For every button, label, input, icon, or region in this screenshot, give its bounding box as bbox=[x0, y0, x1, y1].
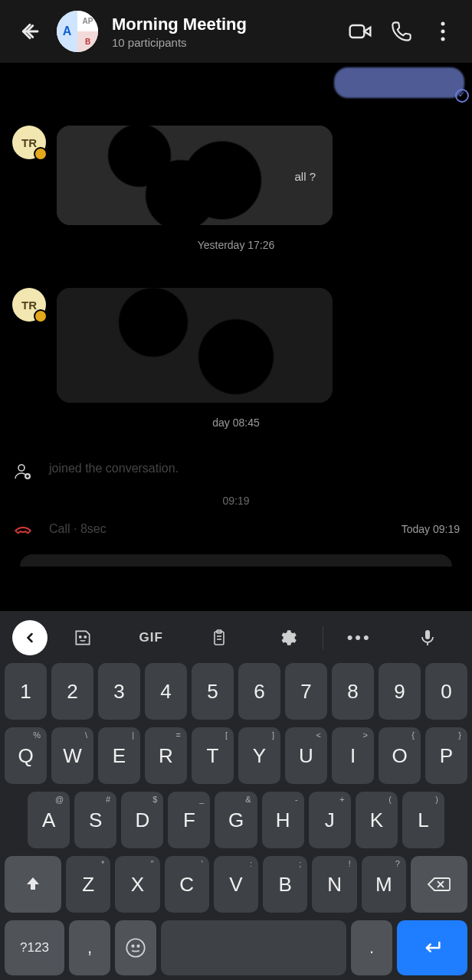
missed-call-icon bbox=[12, 519, 34, 541]
key-2[interactable]: 2 bbox=[51, 663, 93, 720]
symbols-key[interactable]: ?123 bbox=[5, 920, 64, 975]
backspace-key[interactable] bbox=[411, 856, 467, 913]
video-icon bbox=[348, 19, 372, 44]
video-call-button[interactable] bbox=[346, 18, 374, 45]
call-log-text: Call · 8sec bbox=[49, 522, 386, 536]
key-w[interactable]: W\ bbox=[51, 727, 93, 784]
key-x[interactable]: X" bbox=[115, 856, 159, 913]
overflow-menu-button[interactable] bbox=[429, 18, 457, 45]
comma-key[interactable]: , bbox=[69, 920, 110, 975]
chat-subtitle: 10 participants bbox=[112, 36, 333, 49]
avatar-segment: B bbox=[77, 31, 98, 52]
redaction-overlay bbox=[57, 288, 333, 403]
clipboard-button[interactable] bbox=[187, 620, 252, 655]
time-fragment: 09:19 bbox=[12, 495, 460, 507]
svg-marker-3 bbox=[364, 28, 370, 36]
key-t[interactable]: T[ bbox=[192, 727, 234, 784]
svg-point-23 bbox=[137, 946, 139, 947]
voice-input-button[interactable] bbox=[395, 620, 460, 655]
microphone-icon bbox=[418, 626, 437, 649]
key-3[interactable]: 3 bbox=[98, 663, 140, 720]
system-message-text: joined the conversation. bbox=[49, 459, 460, 478]
sender-avatar[interactable]: TR bbox=[12, 288, 46, 322]
key-b[interactable]: B; bbox=[263, 856, 307, 913]
clipboard-icon bbox=[210, 629, 228, 647]
chevron-left-icon bbox=[22, 630, 38, 645]
chat-title-block[interactable]: Morning Meeting 10 participants bbox=[112, 15, 333, 49]
key-g[interactable]: G& bbox=[215, 792, 257, 848]
period-key[interactable]: . bbox=[351, 920, 392, 975]
key-n[interactable]: N! bbox=[312, 856, 356, 913]
back-button[interactable] bbox=[17, 18, 43, 44]
key-row: A@S#D$F_G&H-J+K(L) bbox=[5, 792, 467, 848]
key-row: ?123 , . bbox=[5, 920, 467, 975]
key-9[interactable]: 9 bbox=[379, 663, 421, 720]
key-4[interactable]: 4 bbox=[145, 663, 187, 720]
chat-title: Morning Meeting bbox=[112, 15, 333, 34]
key-5[interactable]: 5 bbox=[192, 663, 234, 720]
enter-icon bbox=[419, 937, 445, 959]
key-e[interactable]: E| bbox=[98, 727, 140, 784]
sender-avatar[interactable]: TR bbox=[12, 126, 46, 159]
key-f[interactable]: F_ bbox=[168, 792, 210, 848]
svg-point-12 bbox=[85, 636, 87, 638]
shift-key[interactable] bbox=[5, 856, 61, 913]
svg-point-7 bbox=[18, 465, 25, 471]
key-h[interactable]: H- bbox=[262, 792, 304, 848]
emoji-key[interactable] bbox=[115, 920, 156, 975]
key-8[interactable]: 8 bbox=[332, 663, 374, 720]
key-q[interactable]: Q% bbox=[5, 727, 47, 784]
sticker-icon bbox=[73, 628, 93, 648]
key-7[interactable]: 7 bbox=[285, 663, 327, 720]
group-avatar[interactable]: A AP B bbox=[57, 11, 98, 52]
key-o[interactable]: O{ bbox=[379, 727, 421, 784]
key-l[interactable]: L) bbox=[402, 792, 444, 848]
key-m[interactable]: M? bbox=[362, 856, 406, 913]
key-j[interactable]: J+ bbox=[309, 792, 351, 848]
key-s[interactable]: S# bbox=[74, 792, 116, 848]
key-d[interactable]: D$ bbox=[121, 792, 163, 848]
outgoing-bubble-fragment bbox=[334, 67, 464, 98]
audio-call-button[interactable] bbox=[388, 18, 415, 45]
toolbar-separator bbox=[323, 626, 323, 649]
key-row: Q%W\E|R=T[Y]U<I>O{P} bbox=[5, 727, 467, 784]
key-u[interactable]: U< bbox=[285, 727, 327, 784]
key-6[interactable]: 6 bbox=[238, 663, 280, 720]
call-log-row[interactable]: Call · 8sec Today 09:19 bbox=[12, 518, 460, 541]
sticker-button[interactable] bbox=[51, 620, 116, 655]
call-log-time: Today 09:19 bbox=[402, 523, 460, 535]
person-add-icon bbox=[12, 461, 34, 482]
message-list[interactable]: TR all ? Yesterday 17:26 TR day 08:45 jo… bbox=[0, 63, 472, 611]
composer[interactable] bbox=[20, 554, 452, 567]
avatar-segment: A bbox=[57, 11, 77, 52]
key-row: Z*X"C'V:B;N!M? bbox=[5, 856, 467, 913]
date-separator: Yesterday 17:26 bbox=[12, 239, 460, 251]
key-k[interactable]: K( bbox=[356, 792, 398, 848]
key-v[interactable]: V: bbox=[214, 856, 258, 913]
key-z[interactable]: Z* bbox=[66, 856, 110, 913]
keyboard-more-button[interactable]: ••• bbox=[326, 620, 392, 655]
svg-point-21 bbox=[126, 939, 144, 956]
key-0[interactable]: 0 bbox=[425, 663, 467, 720]
key-c[interactable]: C' bbox=[165, 856, 209, 913]
enter-key[interactable] bbox=[397, 920, 467, 975]
gif-button[interactable]: GIF bbox=[119, 620, 184, 655]
svg-point-22 bbox=[132, 946, 133, 947]
keyboard-toolbar: GIF ••• bbox=[5, 617, 467, 655]
message-bubble[interactable] bbox=[57, 288, 333, 403]
more-horizontal-icon: ••• bbox=[347, 628, 372, 648]
key-y[interactable]: Y] bbox=[238, 727, 280, 784]
key-a[interactable]: A@ bbox=[28, 792, 70, 848]
more-vertical-icon bbox=[441, 21, 445, 41]
keyboard-settings-button[interactable] bbox=[254, 620, 320, 655]
key-r[interactable]: R= bbox=[145, 727, 187, 784]
key-1[interactable]: 1 bbox=[5, 663, 47, 720]
phone-icon bbox=[391, 21, 412, 42]
key-i[interactable]: I> bbox=[332, 727, 374, 784]
key-p[interactable]: P} bbox=[425, 727, 467, 784]
emoji-icon bbox=[125, 937, 146, 959]
message-bubble[interactable]: all ? bbox=[57, 126, 333, 225]
space-key[interactable] bbox=[161, 920, 346, 975]
keyboard-collapse-button[interactable] bbox=[12, 620, 48, 655]
on-screen-keyboard: GIF ••• 1234567890 Q%W\E|R=T[Y]U<I>O{P} … bbox=[0, 611, 472, 980]
